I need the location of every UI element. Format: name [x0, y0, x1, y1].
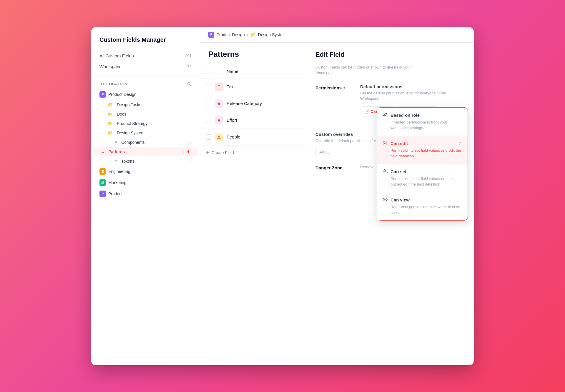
- permissions-dropdown-menu: Based on role Inherited permissioning fr…: [377, 107, 468, 221]
- field-item-text[interactable]: T Text: [200, 79, 306, 95]
- sidebar-nav-all-count: 291: [185, 54, 192, 58]
- create-field-button[interactable]: + Create Field: [200, 146, 306, 160]
- sidebar-nav-all-custom-fields[interactable]: All Custom Fields 291: [91, 50, 200, 61]
- search-icon[interactable]: [187, 82, 192, 86]
- folder-icon: 📁: [108, 121, 113, 126]
- edit-pencil-icon: [383, 141, 388, 146]
- tokens-count: 3: [190, 159, 192, 163]
- location-docs[interactable]: 📁 Docs: [91, 109, 200, 119]
- permissions-dropdown-arrow[interactable]: ▾: [343, 86, 345, 90]
- location-docs-label: Docs: [117, 112, 126, 116]
- field-icon-release-category: [215, 99, 223, 108]
- field-item-release-category[interactable]: Release Category: [200, 95, 306, 112]
- dropdown-can-view-title: Can view: [390, 197, 462, 202]
- components-count: 8: [190, 140, 192, 144]
- location-patterns-active[interactable]: ≡ Patterns 4: [94, 147, 197, 156]
- breadcrumb-separator: /: [247, 32, 248, 37]
- sidebar: Custom Fields Manager All Custom Fields …: [91, 27, 200, 365]
- fields-panel-title: Patterns: [200, 43, 306, 65]
- permissions-label-text: Permissions: [315, 85, 342, 90]
- location-marketing[interactable]: M Marketing: [91, 177, 200, 188]
- add-override-placeholder: Add...: [319, 150, 330, 154]
- location-marketing-label: Marketing: [108, 180, 126, 185]
- badge-marketing: M: [99, 179, 106, 186]
- location-tokens-label: Tokens: [121, 159, 134, 164]
- location-product-strategy[interactable]: 📁 Product Strategy: [91, 119, 200, 128]
- list-icon-active: ≡: [102, 149, 104, 154]
- dropdown-item-can-view[interactable]: Can view Read-only permission to view th…: [377, 192, 468, 220]
- dropdown-item-can-set[interactable]: Can set Permission to set field values o…: [377, 164, 468, 192]
- main-area: P Product Design / 📁 Design Syste... Pat…: [200, 27, 474, 365]
- dropdown-item-can-edit[interactable]: Can edit ✓ Permission to set field value…: [377, 136, 468, 164]
- dropdown-item-header-view: Can view: [383, 197, 462, 203]
- dropdown-can-edit-title: Can edit: [390, 141, 455, 146]
- svg-point-3: [385, 199, 386, 200]
- field-item-people[interactable]: People: [200, 129, 306, 146]
- location-engineering[interactable]: E Engineering: [91, 166, 200, 177]
- field-label-text: Text: [227, 84, 235, 89]
- sidebar-nav-workspace-label: Workspace: [99, 64, 122, 69]
- field-icon-people: [215, 133, 223, 141]
- sidebar-nav-all-label: All Custom Fields: [99, 53, 134, 58]
- field-checkbox-text[interactable]: [206, 84, 211, 89]
- field-label-name: Name: [227, 69, 238, 74]
- location-design-system-label: Design System: [117, 131, 144, 135]
- can-set-icon: [383, 169, 388, 175]
- breadcrumb-badge: P: [208, 32, 214, 38]
- dropdown-item-based-on-role[interactable]: Based on role Inherited permissioning fr…: [377, 108, 468, 136]
- location-design-system[interactable]: 📁 Design System: [91, 128, 200, 138]
- edit-icon: [365, 109, 369, 114]
- location-components[interactable]: ≡ Components 8: [91, 138, 200, 147]
- dropdown-can-set-title: Can set: [390, 169, 462, 174]
- location-design-tasks-label: Design Tasks: [117, 102, 141, 107]
- folder-icon: 📁: [108, 131, 113, 135]
- field-checkbox-name[interactable]: [206, 69, 211, 74]
- breadcrumb-folder: Design Syste...: [258, 32, 286, 37]
- field-checkbox-people[interactable]: [206, 134, 211, 140]
- sidebar-title: Custom Fields Manager: [91, 36, 200, 50]
- location-tokens[interactable]: ≡ Tokens 3: [91, 156, 200, 166]
- permissions-label: Permissions ▾: [315, 85, 351, 90]
- field-icon-text: T: [215, 83, 223, 91]
- field-item-effort[interactable]: Effort: [200, 112, 306, 129]
- dropdown-based-on-role-desc: Inherited permissioning from your worksp…: [383, 119, 462, 131]
- breadcrumb-workspace: Product Design: [217, 32, 245, 37]
- field-checkbox-effort[interactable]: [206, 118, 211, 123]
- can-edit-checkmark: ✓: [458, 141, 462, 146]
- dropdown-item-header-edit: Can edit ✓: [383, 141, 462, 146]
- dropdown-item-header-set: Can set: [383, 169, 462, 175]
- badge-product: P: [99, 191, 106, 197]
- breadcrumb: P Product Design / 📁 Design Syste...: [200, 27, 474, 43]
- dropdown-can-view-desc: Read-only permission to view the field o…: [383, 204, 462, 216]
- role-icon: [383, 112, 388, 118]
- badge-engineering: E: [99, 168, 106, 175]
- dropdown-item-header-role: Based on role: [383, 112, 462, 118]
- edit-panel: Edit Field Custom Fields can be hidden o…: [306, 43, 474, 365]
- danger-zone-label: Danger Zone: [315, 165, 351, 170]
- list-icon: ≡: [115, 140, 117, 145]
- by-location-label: By Location: [99, 82, 128, 86]
- field-label-effort: Effort: [227, 118, 237, 123]
- app-container: Custom Fields Manager All Custom Fields …: [91, 27, 474, 365]
- svg-point-1: [384, 113, 385, 114]
- location-product-strategy-label: Product Strategy: [117, 121, 147, 126]
- create-field-plus-icon: +: [206, 150, 209, 156]
- location-product-label: Product: [108, 191, 122, 196]
- breadcrumb-folder-icon: 📁: [251, 32, 256, 37]
- field-item-name[interactable]: Name: [200, 65, 306, 79]
- dropdown-based-on-role-title: Based on role: [390, 113, 462, 118]
- location-product-design-label: Product Design: [108, 92, 137, 97]
- field-label-people: People: [227, 134, 240, 139]
- list-icon: ≡: [115, 159, 117, 164]
- location-design-tasks[interactable]: 📁 Design Tasks: [91, 100, 200, 109]
- svg-point-2: [384, 169, 385, 171]
- can-view-icon: [383, 197, 388, 203]
- field-checkbox-release[interactable]: [206, 101, 211, 106]
- location-product[interactable]: P Product: [91, 188, 200, 199]
- fields-panel: Patterns Name T Text: [200, 43, 306, 365]
- sidebar-nav-workspace[interactable]: Workspace 72: [91, 61, 200, 72]
- location-components-label: Components: [121, 140, 144, 145]
- field-icon-effort: [215, 116, 223, 124]
- content-split: Patterns Name T Text: [200, 43, 474, 365]
- location-product-design[interactable]: P Product Design: [91, 89, 200, 100]
